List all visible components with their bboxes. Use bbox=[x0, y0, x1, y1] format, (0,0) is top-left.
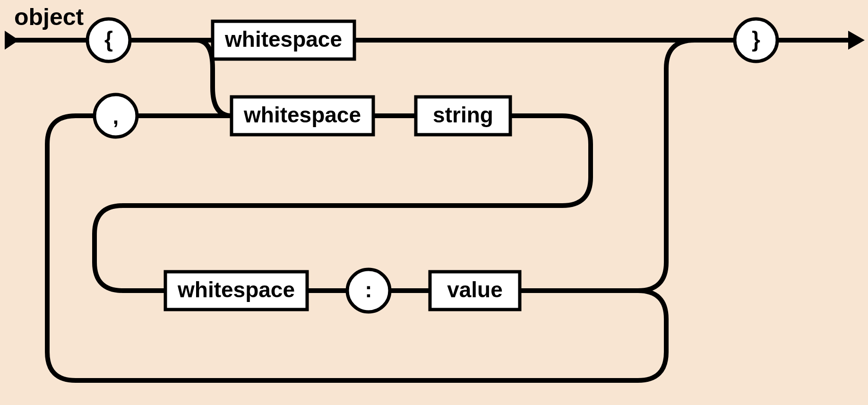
terminal-close-brace-label: } bbox=[752, 27, 760, 52]
nonterminal-whitespace-mid-label: whitespace bbox=[243, 103, 361, 127]
nonterminal-string-label: string bbox=[433, 103, 493, 127]
terminal-comma-label: , bbox=[113, 104, 119, 129]
rail-loop-up bbox=[47, 116, 76, 380]
diagram-title: object bbox=[14, 4, 84, 30]
rail-merge-up bbox=[638, 40, 695, 291]
nonterminal-whitespace-bot-label: whitespace bbox=[177, 277, 295, 302]
exit-arrow-icon bbox=[848, 31, 865, 50]
nonterminal-whitespace-top-label: whitespace bbox=[224, 27, 342, 52]
rail-string-down bbox=[562, 116, 591, 206]
rail-left-down bbox=[95, 206, 123, 291]
railroad-diagram: object { whitespace } whitespace string … bbox=[0, 0, 868, 405]
terminal-open-brace-label: { bbox=[104, 27, 113, 52]
terminal-colon-label: : bbox=[365, 277, 372, 302]
rail-loop-down bbox=[638, 291, 666, 380]
nonterminal-value-label: value bbox=[447, 277, 503, 302]
